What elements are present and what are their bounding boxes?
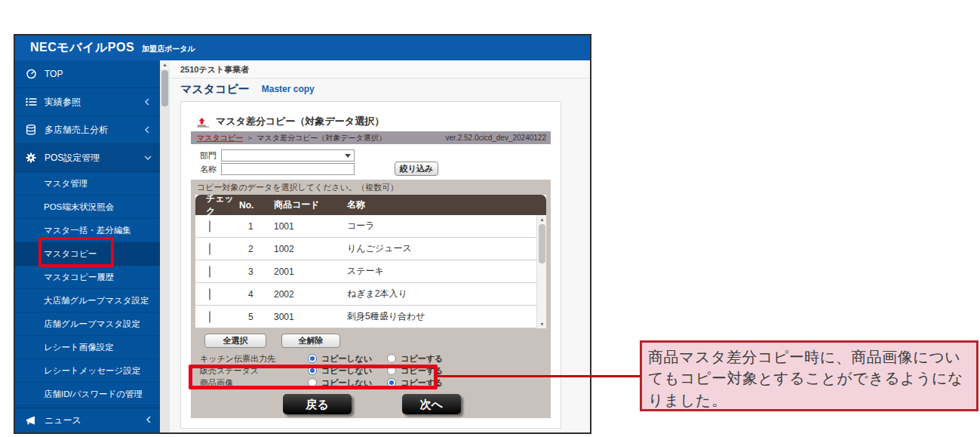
- instruction-text: コピー対象のデータを選択してください。（複数可）: [191, 180, 551, 195]
- nav-buttons-row: 戻る 次へ: [191, 389, 551, 419]
- highlight-box-master-copy: [38, 237, 114, 267]
- app-header: NECモバイルPOS 加盟店ポータル: [15, 35, 590, 60]
- row-code: 1001: [274, 221, 347, 232]
- sidebar-item-top[interactable]: TOP: [15, 60, 160, 88]
- row-name: 刺身5種盛り合わせ: [347, 310, 546, 323]
- chevron-left-icon: [143, 125, 152, 134]
- option-label: キッチン伝票出力先: [200, 353, 308, 365]
- scrollbar-thumb[interactable]: [161, 70, 168, 106]
- content-scrollbar[interactable]: ▲: [160, 60, 170, 432]
- sidebar-subitem-pos-terminal-status[interactable]: POS端末状況照会: [15, 195, 160, 219]
- table-row: 4 2002 ねぎま2本入り: [195, 283, 546, 306]
- scrollbar-up-arrow[interactable]: ▲: [160, 60, 170, 69]
- col-check: チェック: [195, 192, 239, 218]
- database-icon: [26, 125, 38, 135]
- col-name: 名称: [347, 198, 546, 211]
- brand-logo: NECモバイルPOS: [15, 40, 134, 56]
- highlight-box-product-image-option: [189, 365, 438, 389]
- sidebar-item-label: 多店舗売上分析: [45, 124, 143, 137]
- row-no: 1: [239, 221, 274, 232]
- row-no: 2: [239, 244, 274, 254]
- annotation-callout: 商品マスタ差分コピー時に、商品画像についてもコピー対象とすることができるようにな…: [640, 340, 978, 411]
- filter-form: 部門 名称 絞り込み: [191, 144, 551, 180]
- table-row: 3 2001 ステーキ: [195, 260, 546, 283]
- annotation-connector-line: [438, 375, 640, 377]
- table-row: 5 3001 刺身5種盛り合わせ: [195, 306, 546, 328]
- panel-header: マスタ差分コピー（対象データ選択）: [191, 112, 551, 131]
- product-table: チェック No. 商品コード 名称 1 1001 コーラ: [195, 195, 546, 328]
- row-code: 2002: [274, 289, 347, 300]
- business-name: 2510テスト事業者: [170, 60, 590, 78]
- sidebar-item-results[interactable]: 実績参照: [15, 88, 160, 116]
- list-icon: [26, 97, 38, 107]
- clear-all-button[interactable]: 全解除: [281, 334, 340, 348]
- sidebar-item-multistore-analysis[interactable]: 多店舗売上分析: [15, 116, 160, 144]
- row-no: 3: [239, 266, 274, 277]
- row-name: コーラ: [347, 220, 546, 232]
- sidebar-subitem-store-group-master[interactable]: 店舗グループマスタ設定: [15, 312, 160, 336]
- panel-title: マスタ差分コピー（対象データ選択）: [216, 115, 384, 128]
- row-name: りんごジュース: [347, 242, 546, 255]
- sidebar-subitem-receipt-image[interactable]: レシート画像設定: [15, 336, 160, 359]
- sidebar-subitem-large-store-group-master[interactable]: 大店舗グループマスタ設定: [15, 289, 160, 312]
- filter-button[interactable]: 絞り込み: [395, 162, 438, 176]
- dept-select[interactable]: [221, 149, 355, 162]
- gear-icon: [26, 152, 38, 163]
- row-name: ステーキ: [347, 265, 546, 278]
- table-scrollbar[interactable]: ▲ ▼: [536, 215, 546, 328]
- option-kitchen-slip: キッチン伝票出力先 コピーしない コピーする: [200, 352, 551, 365]
- table-scroll-thumb[interactable]: [539, 224, 545, 263]
- back-button[interactable]: 戻る: [283, 394, 352, 414]
- page-title-row: マスタコピー Master copy: [170, 78, 590, 100]
- table-header: チェック No. 商品コード 名称: [195, 195, 546, 215]
- select-all-button[interactable]: 全選択: [204, 334, 266, 348]
- sidebar-subitem-master-management[interactable]: マスタ管理: [15, 172, 160, 195]
- name-label: 名称: [200, 164, 221, 175]
- row-checkbox[interactable]: [209, 288, 210, 300]
- row-code: 1002: [274, 244, 347, 254]
- dept-label: 部門: [200, 150, 221, 162]
- table-scroll-up-icon[interactable]: ▲: [537, 215, 547, 223]
- gauge-icon: [26, 69, 38, 79]
- name-input[interactable]: [221, 163, 355, 175]
- upload-icon: [197, 116, 209, 128]
- sidebar-item-label: POS設定管理: [45, 152, 143, 165]
- screenshot-root: NECモバイルPOS 加盟店ポータル TOP 実績参照: [0, 0, 980, 437]
- row-checkbox[interactable]: [209, 311, 210, 323]
- sidebar-item-news[interactable]: ニュース: [15, 408, 160, 432]
- col-no: No.: [239, 200, 274, 211]
- breadcrumb-separator: ＞: [246, 133, 253, 143]
- col-code: 商品コード: [274, 198, 347, 211]
- radio-no-copy[interactable]: [308, 354, 317, 363]
- row-code: 3001: [274, 312, 347, 322]
- sidebar-item-label: 実績参照: [45, 96, 143, 109]
- radio-label: コピーしない: [321, 353, 372, 365]
- breadcrumb-current: マスタ差分コピー（対象データ選択）: [257, 133, 386, 143]
- row-checkbox[interactable]: [209, 266, 210, 278]
- selection-strip: 全選択 全解除: [191, 328, 551, 352]
- sidebar-item-label: ニュース: [45, 414, 145, 427]
- next-button[interactable]: 次へ: [402, 394, 461, 414]
- portal-label: 加盟店ポータル: [134, 42, 195, 54]
- table-scroll-down-icon[interactable]: ▼: [537, 320, 547, 328]
- row-no: 4: [239, 289, 274, 300]
- row-checkbox[interactable]: [209, 220, 210, 232]
- sidebar-subitem-master-copy-history[interactable]: マスタコピー履歴: [15, 266, 160, 289]
- row-name: ねぎま2本入り: [347, 288, 546, 300]
- version-label: ver.2.52.0cicd_dev_20240122: [446, 134, 546, 142]
- breadcrumb: マスタコピー ＞ マスタ差分コピー（対象データ選択） ver.2.52.0cic…: [191, 131, 551, 144]
- radio-label: コピーする: [401, 353, 443, 365]
- page-subtitle: Master copy: [262, 84, 315, 94]
- sidebar-item-label: TOP: [45, 69, 152, 79]
- row-checkbox[interactable]: [209, 243, 210, 255]
- sidebar-subitem-store-id-password[interactable]: 店舗ID/パスワードの管理: [15, 383, 160, 406]
- sidebar-item-pos-settings[interactable]: POS設定管理: [15, 144, 160, 172]
- table-row: 2 1002 りんごジュース: [195, 238, 546, 260]
- breadcrumb-link[interactable]: マスタコピー: [197, 133, 243, 143]
- chevron-left-icon: [145, 415, 152, 426]
- select-caret-icon: [345, 154, 351, 158]
- sidebar-subitem-receipt-message[interactable]: レシートメッセージ設定: [15, 359, 160, 383]
- table-row: 1 1001 コーラ: [195, 215, 546, 238]
- radio-copy[interactable]: [387, 354, 396, 363]
- page-title: マスタコピー: [180, 82, 250, 97]
